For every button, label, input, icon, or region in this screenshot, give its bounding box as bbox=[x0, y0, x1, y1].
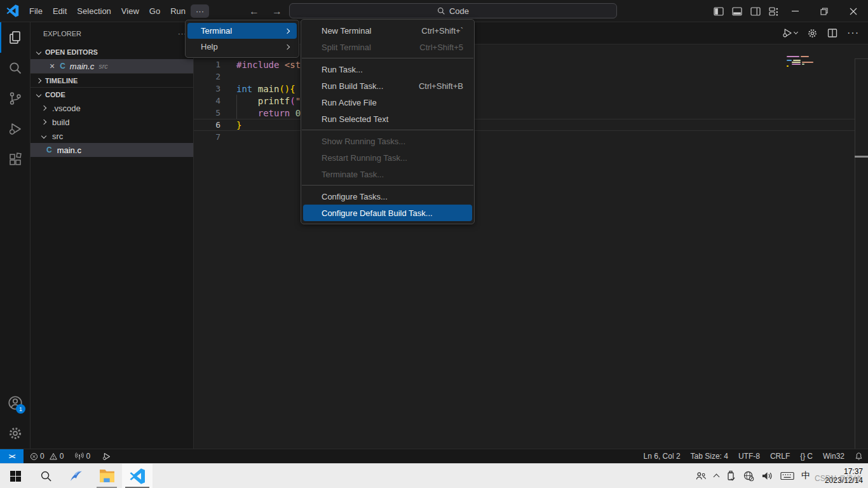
vscode-logo-icon bbox=[130, 468, 146, 484]
start-button[interactable] bbox=[0, 464, 31, 488]
activity-explorer[interactable] bbox=[0, 22, 31, 53]
open-editors-header[interactable]: OPEN EDITORS bbox=[31, 45, 193, 59]
minimap[interactable] bbox=[787, 56, 844, 67]
run-c-file-button[interactable] bbox=[782, 27, 797, 39]
encoding[interactable]: UTF-8 bbox=[733, 449, 765, 463]
indentation[interactable]: Tab Size: 4 bbox=[686, 449, 733, 463]
problems-indicator[interactable]: 0 0 bbox=[26, 449, 67, 463]
command-center-search[interactable]: Code bbox=[289, 3, 617, 18]
line-number: 4 bbox=[194, 96, 220, 105]
toggle-panel-icon[interactable] bbox=[732, 6, 742, 17]
code-line: 3 int main(){ bbox=[194, 83, 868, 95]
activity-run-debug[interactable] bbox=[0, 114, 31, 144]
search-icon bbox=[40, 470, 52, 482]
code-line: 7 bbox=[194, 131, 868, 143]
notifications-button[interactable] bbox=[850, 449, 868, 463]
activity-search[interactable] bbox=[0, 53, 31, 83]
layout-controls bbox=[714, 0, 779, 22]
timeline-header[interactable]: TIMELINE bbox=[31, 73, 193, 87]
broadcast-icon bbox=[75, 452, 84, 461]
open-editor-detail: src bbox=[98, 62, 108, 70]
run-debug-icon bbox=[782, 27, 793, 39]
tree-item-src[interactable]: src bbox=[31, 129, 193, 143]
open-editor-item-main-c[interactable]: × C main.c src bbox=[31, 59, 193, 73]
menu-item-configure-tasks[interactable]: Configure Tasks... bbox=[303, 188, 472, 205]
cursor-position[interactable]: Ln 6, Col 2 bbox=[639, 449, 686, 463]
activity-account[interactable]: 1 bbox=[0, 388, 31, 418]
submenu-arrow-icon bbox=[285, 28, 290, 33]
menu-item-terminate-task: Terminate Task... bbox=[303, 166, 472, 182]
speaker-icon[interactable] bbox=[761, 470, 773, 482]
windows-logo-icon bbox=[10, 471, 21, 482]
menu-selection[interactable]: Selection bbox=[72, 4, 116, 18]
menu-item-configure-default-build-task[interactable]: Configure Default Build Task... bbox=[303, 205, 472, 221]
customize-layout-icon[interactable] bbox=[769, 6, 779, 17]
menu-item-run-task[interactable]: Run Task... bbox=[303, 61, 472, 78]
tree-item-main-c[interactable]: C main.c bbox=[31, 143, 193, 157]
menu-item-help[interactable]: Help bbox=[187, 39, 297, 55]
restore-button[interactable] bbox=[810, 0, 839, 22]
ports-indicator[interactable]: 0 bbox=[71, 449, 94, 463]
toggle-secondary-sidebar-icon[interactable] bbox=[750, 6, 761, 17]
menu-item-label: Terminate Task... bbox=[322, 170, 384, 179]
usb-eject-icon[interactable] bbox=[726, 470, 736, 482]
taskbar-app-bird[interactable] bbox=[61, 464, 92, 488]
menu-item-new-terminal[interactable]: New Terminal Ctrl+Shift+` bbox=[303, 22, 472, 39]
timeline-label: TIMELINE bbox=[45, 77, 78, 85]
menu-separator bbox=[302, 185, 473, 186]
vscode-logo-icon bbox=[6, 4, 19, 17]
activity-extensions[interactable] bbox=[0, 144, 31, 175]
code-folder-header[interactable]: CODE bbox=[31, 87, 193, 101]
menu-file[interactable]: File bbox=[24, 4, 48, 18]
back-arrow-icon[interactable]: ← bbox=[249, 6, 259, 17]
explorer-sidebar: EXPLORER ··· OPEN EDITORS × C main.c src… bbox=[31, 22, 194, 449]
minimize-button[interactable] bbox=[780, 0, 810, 22]
keyboard-icon[interactable] bbox=[780, 471, 794, 481]
close-icon[interactable]: × bbox=[50, 61, 55, 71]
menu-item-run-active-file[interactable]: Run Active File bbox=[303, 94, 472, 111]
toggle-sidebar-icon[interactable] bbox=[714, 6, 724, 17]
code-content[interactable]: 1 #include <std 2 3 int main(){ 4 printf… bbox=[194, 58, 868, 143]
network-globe-icon[interactable] bbox=[743, 470, 754, 482]
eol-sequence[interactable]: CRLF bbox=[765, 449, 795, 463]
split-editor-icon[interactable] bbox=[827, 28, 837, 38]
gear-icon[interactable] bbox=[807, 28, 818, 39]
menu-item-terminal[interactable]: Terminal bbox=[187, 23, 297, 39]
remote-indicator[interactable]: >< bbox=[0, 449, 24, 463]
menu-run[interactable]: Run bbox=[165, 4, 191, 18]
line-number: 2 bbox=[194, 72, 220, 81]
menu-view[interactable]: View bbox=[116, 4, 144, 18]
people-icon[interactable] bbox=[695, 470, 707, 482]
taskbar-file-explorer[interactable] bbox=[92, 464, 122, 488]
menu-go[interactable]: Go bbox=[144, 4, 165, 18]
activity-settings[interactable] bbox=[0, 418, 31, 449]
folder-name: .vscode bbox=[52, 104, 81, 113]
menu-item-run-build-task[interactable]: Run Build Task... Ctrl+Shift+B bbox=[303, 78, 472, 94]
chevron-down-icon bbox=[794, 30, 798, 34]
file-name: main.c bbox=[57, 146, 81, 155]
file-explorer-icon bbox=[99, 469, 115, 483]
forward-arrow-icon[interactable]: → bbox=[272, 6, 282, 17]
ime-indicator[interactable]: 中 bbox=[801, 470, 810, 482]
taskbar-search-button[interactable] bbox=[31, 464, 61, 488]
activity-source-control[interactable] bbox=[0, 83, 31, 114]
history-nav: ← → bbox=[249, 0, 282, 22]
status-bar-right: Ln 6, Col 2 Tab Size: 4 UTF-8 CRLF {} C … bbox=[639, 449, 868, 463]
menu-item-run-selected-text[interactable]: Run Selected Text bbox=[303, 111, 472, 127]
menu-edit[interactable]: Edit bbox=[48, 4, 72, 18]
editor-more-actions[interactable]: ··· bbox=[847, 27, 859, 39]
tree-item-build[interactable]: build bbox=[31, 115, 193, 129]
line-number: 5 bbox=[194, 108, 220, 118]
close-button[interactable] bbox=[839, 0, 868, 22]
tray-expand-icon[interactable] bbox=[714, 474, 720, 480]
taskbar-vscode[interactable] bbox=[122, 464, 153, 488]
tree-item-vscode[interactable]: .vscode bbox=[31, 101, 193, 115]
menu-more-button[interactable]: ··· bbox=[191, 4, 209, 18]
language-mode[interactable]: {} C bbox=[795, 449, 818, 463]
platform-indicator[interactable]: Win32 bbox=[818, 449, 850, 463]
terminal-submenu: New Terminal Ctrl+Shift+` Split Terminal… bbox=[301, 19, 475, 224]
chevron-right-icon bbox=[36, 78, 41, 83]
editor-scrollbar[interactable] bbox=[855, 58, 868, 449]
menu-item-label: Terminal bbox=[201, 26, 232, 36]
debug-status-button[interactable] bbox=[98, 449, 115, 463]
